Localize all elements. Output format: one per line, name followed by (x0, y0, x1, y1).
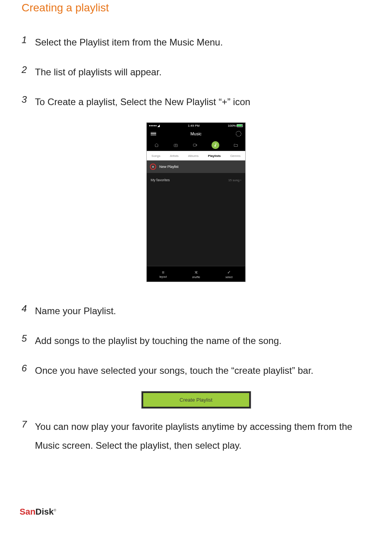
select-button[interactable]: ✓ select (225, 270, 232, 278)
wifi-icon: ◢ (157, 124, 160, 127)
layout-button[interactable]: ≡ layout (159, 270, 167, 278)
app-header: Music (147, 128, 245, 139)
battery-percent: 100% (228, 124, 236, 127)
app-screenshot: ◢ 1:49 PM 100% Music Songs Artists Album… (22, 122, 370, 282)
bottom-label: select (225, 276, 232, 278)
music-icon[interactable] (211, 141, 219, 149)
step-4: 4 Name your Playlist. (22, 302, 370, 320)
tab-albums[interactable]: Albums (188, 154, 199, 158)
sandisk-logo: SanDisk® (20, 507, 56, 517)
create-bar-frame: Create Playlist (141, 391, 251, 409)
tab-songs[interactable]: Songs (151, 154, 160, 158)
new-playlist-label: New Playlist (159, 165, 179, 169)
bottom-label: shuffle (192, 276, 200, 278)
step-number: 6 (22, 361, 35, 380)
logo-part-1: San (20, 507, 35, 517)
step-text: Select the Playlist item from the Music … (35, 33, 223, 52)
svg-rect-2 (193, 144, 196, 146)
home-icon[interactable] (154, 142, 159, 148)
step-text: The list of playlists will appear. (35, 63, 162, 82)
playlist-item[interactable]: My favorites 15 song › (147, 173, 245, 187)
step-number: 2 (22, 63, 35, 82)
step-text: Name your Playlist. (35, 302, 116, 320)
tab-genres[interactable]: Genres (230, 154, 241, 158)
step-7: 7 You can now play your favorite playlis… (22, 417, 370, 455)
registered-icon: ® (54, 508, 57, 512)
create-playlist-screenshot: Create Playlist (22, 391, 370, 409)
sub-tabs: Songs Artists Albums Playlists Genres (147, 151, 245, 160)
main-nav (147, 139, 245, 151)
step-number: 3 (22, 93, 35, 111)
step-2: 2 The list of playlists will appear. (22, 63, 370, 82)
plus-icon[interactable]: + (150, 164, 156, 170)
logo-part-2: Disk (35, 507, 53, 517)
step-6: 6 Once you have selected your songs, tou… (22, 361, 370, 380)
camera-icon[interactable] (173, 142, 179, 148)
tab-artists[interactable]: Artists (170, 154, 179, 158)
instruction-list-final: 7 You can now play your favorite playlis… (22, 417, 370, 455)
instruction-list: 1 Select the Playlist item from the Musi… (22, 33, 370, 111)
step-text: You can now play your favorite playlists… (35, 417, 370, 455)
create-playlist-button[interactable]: Create Playlist (143, 393, 249, 407)
step-number: 7 (22, 417, 35, 455)
new-playlist-row[interactable]: + New Playlist (147, 160, 245, 173)
status-time: 1:49 PM (188, 124, 200, 127)
step-number: 4 (22, 302, 35, 320)
svg-rect-0 (174, 144, 177, 147)
svg-point-1 (175, 145, 176, 146)
step-text: To Create a playlist, Select the New Pla… (35, 93, 250, 111)
bottom-bar: ≡ layout ⤨ shuffle ✓ select (147, 266, 245, 282)
step-text: Add songs to the playlist by touching th… (35, 331, 281, 350)
layout-icon: ≡ (162, 270, 164, 275)
select-icon: ✓ (227, 270, 231, 275)
page-title: Creating a playlist (22, 2, 370, 14)
shuffle-icon: ⤨ (194, 270, 198, 275)
status-bar: ◢ 1:49 PM 100% (147, 123, 245, 128)
step-number: 1 (22, 33, 35, 52)
app-title: Music (190, 131, 202, 136)
folder-icon[interactable] (233, 142, 239, 148)
video-icon[interactable] (192, 142, 198, 148)
step-5: 5 Add songs to the playlist by touching … (22, 331, 370, 350)
step-3: 3 To Create a playlist, Select the New P… (22, 93, 370, 111)
step-number: 5 (22, 331, 35, 350)
recent-icon[interactable] (236, 131, 241, 136)
step-text: Once you have selected your songs, touch… (35, 361, 314, 380)
phone-frame: ◢ 1:49 PM 100% Music Songs Artists Album… (146, 122, 246, 282)
playlist-name: My favorites (151, 178, 170, 182)
instruction-list-continued: 4 Name your Playlist. 5 Add songs to the… (22, 302, 370, 380)
bottom-label: layout (159, 275, 167, 278)
playlist-meta: 15 song › (228, 178, 241, 182)
menu-icon[interactable] (151, 132, 156, 136)
tab-playlists[interactable]: Playlists (208, 154, 221, 158)
step-1: 1 Select the Playlist item from the Musi… (22, 33, 370, 52)
shuffle-button[interactable]: ⤨ shuffle (192, 270, 200, 278)
